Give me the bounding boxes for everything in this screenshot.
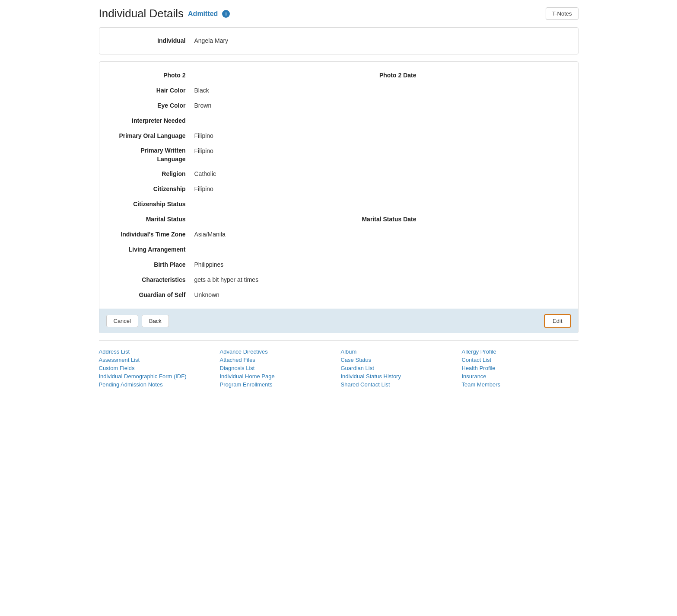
footer-link[interactable]: Album xyxy=(341,348,458,356)
religion-value: Catholic xyxy=(194,169,569,179)
guardian-value: Unknown xyxy=(194,290,569,300)
religion-label: Religion xyxy=(108,169,194,179)
status-badge: Admitted xyxy=(188,10,218,18)
footer-link[interactable]: Individual Home Page xyxy=(220,372,337,380)
title-group: Individual Details Admitted i xyxy=(99,7,230,20)
marital-label: Marital Status xyxy=(108,215,194,224)
photo2date-col: Photo 2 Date xyxy=(339,71,569,80)
page-title: Individual Details xyxy=(99,7,184,20)
hair-color-value: Black xyxy=(194,86,569,95)
info-icon[interactable]: i xyxy=(222,10,230,18)
footer-col-0: Address ListAssessment ListCustom Fields… xyxy=(99,348,216,389)
marital-date-label: Marital Status Date xyxy=(339,215,425,224)
living-label: Living Arrangement xyxy=(108,245,194,254)
footer-link[interactable]: Guardian List xyxy=(341,364,458,372)
footer-link[interactable]: Attached Files xyxy=(220,356,337,364)
photo2date-label: Photo 2 Date xyxy=(339,71,425,80)
written-lang-label: Primary WrittenLanguage xyxy=(108,147,194,163)
individual-row: Individual Angela Mary xyxy=(108,34,569,48)
birthplace-row: Birth Place Philippines xyxy=(108,257,569,272)
footer-link[interactable]: Advance Directives xyxy=(220,348,337,356)
back-button[interactable]: Back xyxy=(142,315,169,327)
marital-row: Marital Status Marital Status Date xyxy=(108,212,569,227)
hair-color-row: Hair Color Black xyxy=(108,83,569,98)
footer-col-1: Advance DirectivesAttached FilesDiagnosi… xyxy=(220,348,337,389)
footer-link[interactable]: Diagnosis List xyxy=(220,364,337,372)
footer-link[interactable]: Shared Contact List xyxy=(341,380,458,389)
photo-row: Photo 2 Photo 2 Date xyxy=(108,68,569,83)
action-bar-left: Cancel Back xyxy=(106,315,169,327)
footer-link[interactable]: Contact List xyxy=(462,356,578,364)
birthplace-label: Birth Place xyxy=(108,260,194,269)
living-row: Living Arrangement xyxy=(108,242,569,257)
marital-date-col: Marital Status Date xyxy=(339,215,569,224)
timezone-label: Individual's Time Zone xyxy=(108,230,194,239)
characteristics-value: gets a bit hyper at times xyxy=(194,275,569,284)
footer-links-grid: Address ListAssessment ListCustom Fields… xyxy=(99,348,578,389)
footer-link[interactable]: Health Profile xyxy=(462,364,578,372)
footer-link[interactable]: Address List xyxy=(99,348,216,356)
footer-link[interactable]: Pending Admission Notes xyxy=(99,380,216,389)
footer-col-3: Allergy ProfileContact ListHealth Profil… xyxy=(462,348,578,389)
individual-label: Individual xyxy=(108,36,194,45)
guardian-row: Guardian of Self Unknown xyxy=(108,287,569,303)
footer-link[interactable]: Team Members xyxy=(462,380,578,389)
cancel-button[interactable]: Cancel xyxy=(106,315,138,327)
details-wrapper: Photo 2 Photo 2 Date Hair Color Black Ey… xyxy=(99,61,578,333)
birthplace-value: Philippines xyxy=(194,260,569,269)
footer-link[interactable]: Custom Fields xyxy=(99,364,216,372)
page-header: Individual Details Admitted i T-Notes xyxy=(99,7,578,20)
citizenship-status-label: Citizenship Status xyxy=(108,200,194,209)
individual-value: Angela Mary xyxy=(194,36,569,45)
photo2-col: Photo 2 xyxy=(108,71,339,80)
eye-color-label: Eye Color xyxy=(108,101,194,110)
marital-col: Marital Status xyxy=(108,215,339,224)
photo2-label: Photo 2 xyxy=(108,71,194,80)
characteristics-label: Characteristics xyxy=(108,275,194,284)
eye-color-value: Brown xyxy=(194,101,569,110)
footer-col-2: AlbumCase StatusGuardian ListIndividual … xyxy=(341,348,458,389)
footer-link[interactable]: Individual Demographic Form (IDF) xyxy=(99,372,216,380)
tnotes-button[interactable]: T-Notes xyxy=(546,7,578,20)
footer-link[interactable]: Case Status xyxy=(341,356,458,364)
oral-lang-value: Filipino xyxy=(194,131,569,140)
citizenship-status-row: Citizenship Status xyxy=(108,197,569,212)
interpreter-label: Interpreter Needed xyxy=(108,116,194,125)
oral-lang-label: Primary Oral Language xyxy=(108,131,194,140)
timezone-row: Individual's Time Zone Asia/Manila xyxy=(108,227,569,242)
footer-link[interactable]: Program Enrollments xyxy=(220,380,337,389)
details-section: Photo 2 Photo 2 Date Hair Color Black Ey… xyxy=(99,62,578,309)
interpreter-row: Interpreter Needed xyxy=(108,113,569,128)
guardian-label: Guardian of Self xyxy=(108,290,194,300)
eye-color-row: Eye Color Brown xyxy=(108,98,569,113)
written-lang-value: Filipino xyxy=(194,147,569,156)
characteristics-row: Characteristics gets a bit hyper at time… xyxy=(108,272,569,287)
citizenship-label: Citizenship xyxy=(108,185,194,194)
footer-links: Address ListAssessment ListCustom Fields… xyxy=(99,340,578,389)
action-bar: Cancel Back Edit xyxy=(99,309,578,333)
footer-link[interactable]: Assessment List xyxy=(99,356,216,364)
written-lang-row: Primary WrittenLanguage Filipino xyxy=(108,144,569,166)
edit-button[interactable]: Edit xyxy=(544,314,571,328)
religion-row: Religion Catholic xyxy=(108,166,569,182)
hair-color-label: Hair Color xyxy=(108,86,194,95)
citizenship-value: Filipino xyxy=(194,185,569,194)
oral-lang-row: Primary Oral Language Filipino xyxy=(108,128,569,144)
footer-link[interactable]: Insurance xyxy=(462,372,578,380)
footer-link[interactable]: Individual Status History xyxy=(341,372,458,380)
individual-section: Individual Angela Mary xyxy=(99,27,578,54)
citizenship-row: Citizenship Filipino xyxy=(108,182,569,197)
timezone-value: Asia/Manila xyxy=(194,230,569,239)
footer-link[interactable]: Allergy Profile xyxy=(462,348,578,356)
